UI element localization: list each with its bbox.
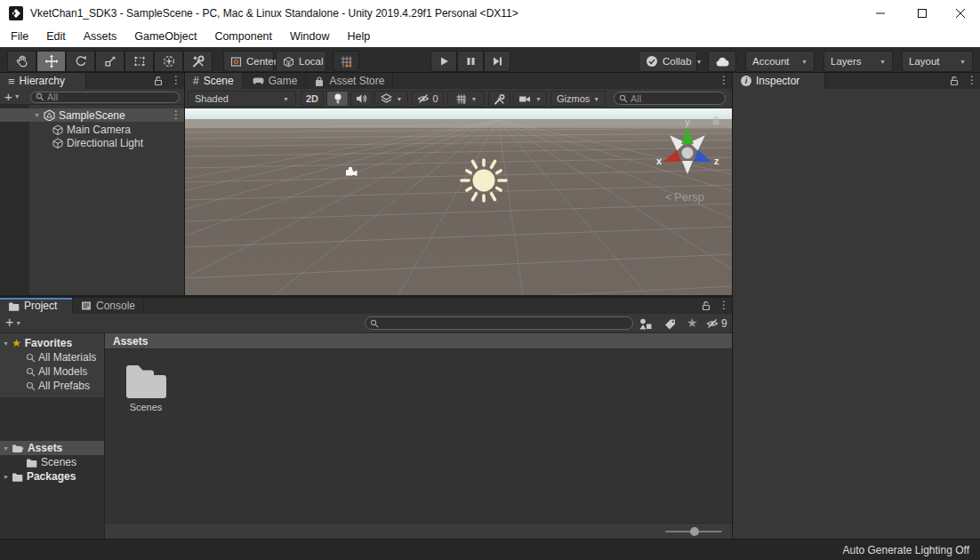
tab-project[interactable]: Project: [0, 298, 73, 314]
transform-tool-button[interactable]: [154, 51, 183, 72]
rotate-tool-button[interactable]: [66, 51, 95, 72]
menu-component[interactable]: Component: [205, 27, 281, 47]
scene-header-row[interactable]: ▼ SampleScene ⋮: [0, 108, 184, 122]
lock-icon[interactable]: [949, 76, 960, 86]
chevron-down-icon: ▼: [696, 59, 703, 65]
minimize-button[interactable]: [865, 1, 896, 26]
hierarchy-search[interactable]: [30, 92, 180, 103]
scene-lighting-button[interactable]: [326, 91, 349, 107]
add-button[interactable]: + ▼: [5, 316, 21, 330]
scene-search[interactable]: [614, 92, 726, 105]
collab-button[interactable]: Collab ▼: [639, 51, 697, 72]
play-button[interactable]: [430, 51, 457, 72]
tree-item-all-prefabs[interactable]: All Prefabs: [0, 379, 104, 393]
project-search-input[interactable]: [382, 318, 628, 329]
menu-window[interactable]: Window: [281, 27, 338, 47]
persp-label[interactable]: Persp: [674, 190, 704, 204]
layout-dropdown[interactable]: Layout ▼: [902, 51, 973, 72]
step-button[interactable]: [484, 51, 510, 72]
scene-panel: # Scene Game Asset Store ⋮ Shaded ▼ 2D: [185, 73, 732, 295]
scene-audio-button[interactable]: [350, 91, 373, 107]
move-tool-button[interactable]: [36, 51, 66, 72]
project-hidden-count-button[interactable]: 9: [706, 317, 727, 330]
2d-toggle-button[interactable]: 2D: [301, 91, 324, 107]
pause-button[interactable]: [457, 51, 484, 72]
breadcrumb[interactable]: Assets: [113, 335, 148, 348]
hierarchy-item-directional-light[interactable]: Directional Light: [0, 136, 184, 149]
hierarchy-item-main-camera[interactable]: Main Camera: [0, 123, 184, 136]
foldout-caret-icon[interactable]: ▼: [34, 112, 40, 118]
tab-asset-store[interactable]: Asset Store: [306, 73, 393, 89]
foldout-caret-icon[interactable]: ▼: [3, 474, 9, 480]
cloud-button[interactable]: [708, 51, 736, 72]
kebab-menu-icon[interactable]: ⋮: [967, 76, 977, 84]
tree-item-all-materials[interactable]: All Materials: [0, 350, 104, 364]
hand-tool-button[interactable]: [7, 51, 36, 72]
folder-icon: [26, 458, 37, 468]
hierarchy-search-input[interactable]: [47, 92, 174, 102]
pivot-center-button[interactable]: Center: [223, 51, 274, 72]
scene-camera-dropdown[interactable]: ▼: [513, 91, 547, 107]
tab-game[interactable]: Game: [243, 73, 307, 89]
kebab-menu-icon[interactable]: ⋮: [171, 110, 181, 119]
axis-y-label[interactable]: y: [685, 116, 690, 127]
tree-item-favorites[interactable]: ▼ ★ Favorites: [0, 336, 104, 350]
custom-tool-button[interactable]: [183, 51, 213, 72]
pivot-rotation-button[interactable]: Local: [276, 51, 326, 72]
gizmos-dropdown[interactable]: Gizmos ▼: [550, 91, 606, 107]
close-button[interactable]: [945, 1, 976, 26]
kebab-menu-icon[interactable]: ⋮: [719, 300, 729, 309]
asset-item-scenes[interactable]: Scenes: [119, 363, 173, 412]
scene-visibility-button[interactable]: 0: [412, 91, 444, 107]
layers-dropdown[interactable]: Layers ▼: [823, 51, 893, 72]
scene-tools-button[interactable]: [488, 91, 510, 107]
menu-edit[interactable]: Edit: [37, 27, 75, 47]
axis-z-label[interactable]: z: [714, 156, 719, 166]
search-icon: [619, 94, 628, 103]
kebab-menu-icon[interactable]: ⋮: [719, 76, 729, 84]
menu-assets[interactable]: Assets: [75, 27, 126, 47]
rect-tool-button[interactable]: [125, 51, 154, 72]
project-search[interactable]: [365, 316, 633, 330]
camera-icon: [518, 94, 531, 104]
lock-icon[interactable]: [153, 76, 164, 86]
grid-snapping-button[interactable]: [333, 51, 359, 72]
menu-gameobject[interactable]: GameObject: [125, 27, 205, 47]
tree-item-packages[interactable]: ▼ Packages: [0, 469, 104, 484]
effects-dropdown[interactable]: ▼: [374, 91, 408, 107]
tree-item-all-models[interactable]: All Models: [0, 364, 104, 379]
axis-center-cube[interactable]: [682, 148, 694, 159]
shading-mode-dropdown[interactable]: Shaded ▼: [188, 91, 296, 107]
menu-help[interactable]: Help: [338, 27, 379, 47]
add-button[interactable]: + ▼: [4, 90, 20, 103]
scene-viewport[interactable]: y x z < Persp: [185, 108, 732, 295]
tree-item-assets[interactable]: ▼ Assets: [0, 441, 104, 455]
scale-tool-button[interactable]: [95, 51, 125, 72]
shopping-bag-icon: [314, 76, 325, 87]
scene-search-input[interactable]: [631, 93, 720, 104]
foldout-caret-icon[interactable]: ▼: [3, 340, 9, 347]
tab-console[interactable]: Console: [73, 298, 144, 314]
lock-icon[interactable]: [701, 300, 711, 311]
axis-x-label[interactable]: x: [656, 156, 663, 166]
cloud-icon: [715, 56, 729, 68]
rotation-label: Local: [299, 56, 324, 67]
foldout-caret-icon[interactable]: ▼: [3, 445, 9, 452]
lighting-status[interactable]: Auto Generate Lighting Off: [842, 544, 969, 556]
tab-hierarchy[interactable]: ≡ Hierarchy: [0, 73, 86, 89]
search-by-label-button[interactable]: [663, 317, 677, 330]
zoom-slider-thumb[interactable]: [690, 527, 699, 536]
tab-inspector[interactable]: i Inspector: [733, 73, 825, 89]
maximize-button[interactable]: [907, 1, 937, 26]
tree-item-scenes[interactable]: Scenes: [0, 455, 104, 469]
favorites-filter-star-icon[interactable]: ★: [687, 316, 698, 330]
account-dropdown[interactable]: Account ▼: [745, 51, 815, 72]
window-title: VketChan1_SDK3 - SampleScene - PC, Mac &…: [30, 7, 518, 20]
menu-file[interactable]: File: [2, 27, 37, 47]
kebab-menu-icon[interactable]: ⋮: [171, 76, 181, 84]
perspective-toggle[interactable]: < Persp: [665, 190, 704, 204]
search-by-type-button[interactable]: [639, 317, 653, 330]
scene-grid-dropdown[interactable]: ▼: [447, 91, 485, 107]
tab-scene[interactable]: # Scene: [185, 73, 243, 89]
console-tab-label: Console: [96, 300, 135, 312]
